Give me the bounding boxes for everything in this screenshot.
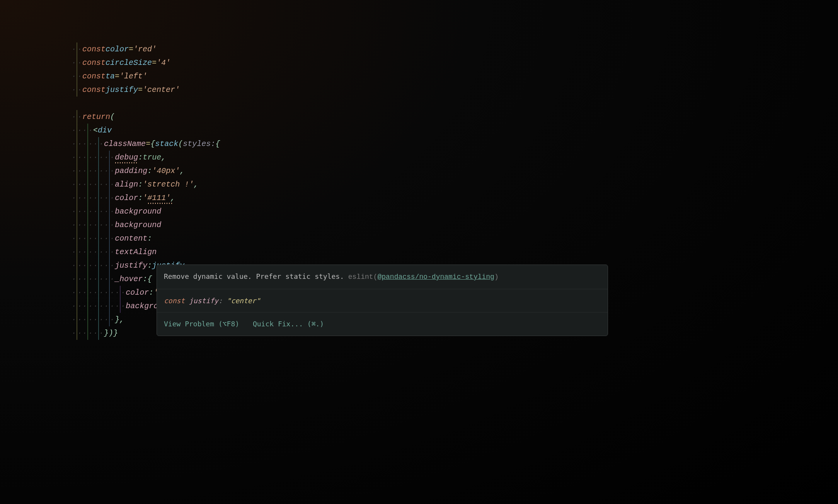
token: : — [149, 286, 153, 299]
token: '4' — [157, 56, 170, 70]
code-line[interactable]: ········background — [72, 218, 767, 232]
token: , — [170, 191, 175, 205]
diagnostic-rule-link[interactable]: @pandacss/no-dynamic-styling — [377, 273, 494, 281]
token: return — [82, 110, 110, 124]
token: className — [104, 137, 146, 151]
token: justify — [115, 259, 147, 272]
token: ( — [110, 110, 115, 124]
token: = — [138, 83, 143, 97]
token: const — [82, 83, 106, 97]
token: true — [143, 151, 161, 164]
token: '40px' — [152, 164, 180, 178]
diagnostic-text: Remove dynamic value. Prefer static styl… — [164, 272, 344, 280]
token: stack — [155, 137, 178, 151]
token: ta — [106, 70, 115, 83]
code-line[interactable]: ········background — [72, 205, 767, 218]
code-line[interactable]: ··return ( — [72, 110, 767, 124]
token: background — [115, 218, 161, 232]
token: 'stretch !' — [143, 178, 194, 191]
token: 'center' — [143, 83, 180, 97]
token: _hover — [115, 272, 143, 286]
token: : — [138, 191, 143, 205]
quick-fix-action[interactable]: Quick Fix... (⌘.) — [253, 320, 324, 328]
token: : — [147, 259, 152, 272]
code-line[interactable]: ··const justify = 'center' — [72, 83, 767, 97]
code-line[interactable] — [72, 97, 767, 110]
token: const — [82, 56, 106, 70]
token: : — [143, 272, 147, 286]
code-line[interactable]: ··const ta = 'left' — [72, 70, 767, 83]
token: = — [129, 42, 133, 56]
token: '#111' — [143, 191, 170, 205]
code-line[interactable]: ········padding: '40px', — [72, 164, 767, 178]
token: content — [115, 232, 147, 245]
code-line[interactable]: ··const color = 'red' — [72, 42, 767, 56]
token: background — [115, 205, 161, 218]
code-line[interactable]: ····<div — [72, 124, 767, 137]
code-line[interactable]: ········color: '#111', — [72, 191, 767, 205]
token: color — [115, 191, 138, 205]
code-line[interactable]: ········align: 'stretch !', — [72, 178, 767, 191]
diagnostic-actions: View Problem (⌥F8) Quick Fix... (⌘.) — [157, 312, 608, 336]
token: , — [180, 164, 184, 178]
code-line[interactable]: ········debug: true, — [72, 151, 767, 164]
token: justify — [106, 83, 138, 97]
code-line[interactable]: ······className={stack(styles: { — [72, 137, 767, 151]
token: = — [146, 137, 150, 151]
token: , — [161, 151, 166, 164]
token: ) — [109, 326, 113, 340]
code-line[interactable]: ··const circleSize = '4' — [72, 56, 767, 70]
diagnostic-source: eslint( — [348, 273, 378, 281]
token: : — [138, 178, 143, 191]
token: ( — [178, 137, 183, 151]
token: , — [119, 313, 124, 326]
diagnostic-code-hint: const justify: "center" — [157, 289, 608, 313]
diagnostic-hover-popup: Remove dynamic value. Prefer static styl… — [157, 265, 608, 336]
token: align — [115, 178, 138, 191]
token: circleSize — [106, 56, 152, 70]
token: debug — [115, 151, 138, 164]
token: : — [147, 232, 152, 245]
token: , — [194, 178, 198, 191]
token: { — [150, 137, 155, 151]
diagnostic-message: Remove dynamic value. Prefer static styl… — [157, 265, 608, 289]
token: const — [82, 70, 106, 83]
code-line[interactable]: ········textAlign — [72, 245, 767, 259]
token: const — [82, 42, 106, 56]
code-line[interactable]: ········content: — [72, 232, 767, 245]
token: textAlign — [115, 245, 157, 259]
token: = — [152, 56, 157, 70]
token: : — [147, 164, 152, 178]
token: styles: — [183, 137, 215, 151]
token: < — [93, 124, 98, 137]
token: } — [115, 313, 119, 326]
token: color — [106, 42, 129, 56]
token: } — [113, 326, 118, 340]
token: } — [104, 326, 109, 340]
token: padding — [115, 164, 147, 178]
token: : — [138, 151, 143, 164]
token: { — [147, 272, 152, 286]
token: 'red' — [133, 42, 157, 56]
token: 'left' — [119, 70, 147, 83]
token: color — [126, 286, 149, 299]
token: div — [98, 124, 112, 137]
view-problem-action[interactable]: View Problem (⌥F8) — [164, 320, 239, 328]
token: { — [215, 137, 220, 151]
token: = — [115, 70, 119, 83]
